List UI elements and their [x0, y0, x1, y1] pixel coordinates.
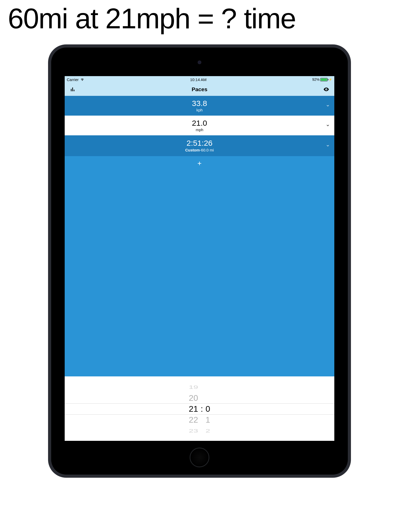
picker-separator: :	[200, 403, 204, 414]
time-value: 2:51:26	[187, 139, 212, 147]
row-time[interactable]: 2:51:26 Custom-60.0 mi	[65, 135, 334, 156]
row-mph[interactable]: 21.0 mph	[65, 116, 334, 135]
picker-item-selected: 0	[205, 403, 210, 414]
chevron-down-icon	[326, 104, 330, 108]
picker-item: 23	[189, 427, 198, 434]
wifi-icon	[80, 77, 84, 82]
mph-value: 21.0	[192, 119, 207, 127]
picker-item: 19	[189, 384, 198, 390]
front-camera	[198, 61, 201, 64]
kph-value: 33.8	[192, 99, 207, 107]
picker-item: 20	[189, 393, 198, 403]
status-time: 10:14 AM	[190, 77, 207, 82]
nav-title: Paces	[192, 86, 208, 92]
picker-item: 2	[205, 427, 210, 434]
battery-icon	[320, 78, 328, 81]
add-button[interactable]: +	[65, 156, 334, 171]
speed-picker[interactable]: 19 20 21 22 23 : 0 1 2	[65, 376, 334, 441]
content-fill	[65, 171, 334, 376]
nav-bar: Paces	[65, 83, 334, 96]
row-kph[interactable]: 33.8 kph	[65, 96, 334, 116]
chevron-down-icon	[326, 124, 330, 127]
kph-unit: kph	[196, 108, 203, 112]
eye-icon[interactable]	[323, 86, 330, 93]
content: 33.8 kph 21.0 mph 2:51:26	[65, 96, 334, 441]
time-label-bold: Custom	[185, 148, 200, 152]
picker-col-decimal[interactable]: 0 1 2	[204, 376, 210, 441]
battery-percent: 92%	[312, 77, 320, 82]
time-label-rest: -60.0 mi	[200, 148, 214, 152]
ipad-frame: Carrier 10:14 AM 92% ⚡ Paces	[48, 44, 351, 478]
page-heading: 60mi at 21mph = ? time	[0, 0, 399, 37]
picker-item-selected: 21	[189, 403, 198, 414]
time-subtitle: Custom-60.0 mi	[185, 148, 214, 152]
charging-icon: ⚡	[329, 78, 332, 81]
stats-icon[interactable]	[69, 86, 76, 93]
picker-col-whole[interactable]: 19 20 21 22 23	[189, 376, 200, 441]
ipad-bezel: Carrier 10:14 AM 92% ⚡ Paces	[51, 48, 348, 475]
screen: Carrier 10:14 AM 92% ⚡ Paces	[65, 76, 334, 441]
picker-item: 22	[189, 414, 198, 425]
chevron-down-icon	[326, 144, 330, 148]
status-bar: Carrier 10:14 AM 92% ⚡	[65, 76, 334, 83]
status-left: Carrier	[67, 77, 84, 82]
home-button[interactable]	[190, 448, 209, 467]
picker-item: 1	[205, 414, 210, 425]
mph-unit: mph	[196, 128, 203, 132]
plus-icon: +	[197, 159, 202, 168]
status-right: 92% ⚡	[312, 77, 332, 82]
carrier-label: Carrier	[67, 77, 79, 82]
